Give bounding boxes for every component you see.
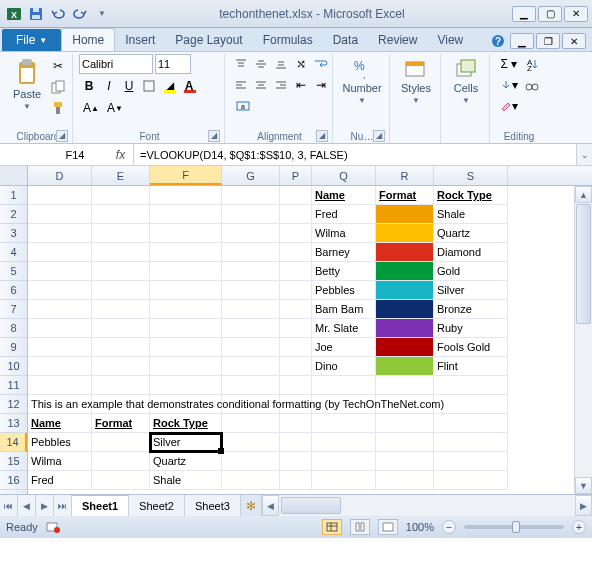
maximize-button[interactable]: ▢	[538, 6, 562, 22]
cell-D5[interactable]	[28, 262, 92, 281]
col-header-Q[interactable]: Q	[312, 166, 376, 185]
cell-F11[interactable]	[150, 376, 222, 395]
cell-Q14[interactable]	[312, 433, 376, 452]
cell-D2[interactable]	[28, 205, 92, 224]
cell-S12[interactable]	[434, 395, 508, 414]
cell-Q4[interactable]: Barney	[312, 243, 376, 262]
cell-R9[interactable]	[376, 338, 434, 357]
cell-F10[interactable]	[150, 357, 222, 376]
cell-F5[interactable]	[150, 262, 222, 281]
view-normal-button[interactable]	[322, 519, 342, 535]
font-size-select[interactable]	[155, 54, 191, 74]
cell-F2[interactable]	[150, 205, 222, 224]
cell-S15[interactable]	[434, 452, 508, 471]
formula-input[interactable]	[134, 144, 576, 165]
clear-button[interactable]: ▾	[496, 96, 522, 116]
col-header-G[interactable]: G	[222, 166, 280, 185]
cell-S3[interactable]: Quartz	[434, 224, 508, 243]
cell-S14[interactable]	[434, 433, 508, 452]
sheet-tab-sheet2[interactable]: Sheet2	[129, 495, 185, 516]
wrap-text-button[interactable]	[311, 54, 331, 74]
bold-button[interactable]: B	[79, 76, 99, 96]
row-header-9[interactable]: 9	[0, 338, 27, 357]
close-button[interactable]: ✕	[564, 6, 588, 22]
col-header-S[interactable]: S	[434, 166, 508, 185]
vertical-scrollbar[interactable]: ▲ ▼	[574, 186, 592, 494]
cell-G3[interactable]	[222, 224, 280, 243]
clipboard-dialog-launcher[interactable]: ◢	[56, 130, 68, 142]
shrink-font-button[interactable]: A▼	[103, 98, 127, 118]
cell-S7[interactable]: Bronze	[434, 300, 508, 319]
sheet-tab-sheet1[interactable]: Sheet1	[72, 495, 129, 516]
cell-E9[interactable]	[92, 338, 150, 357]
cell-Q9[interactable]: Joe	[312, 338, 376, 357]
fill-color-button[interactable]: ◢	[159, 76, 179, 96]
cell-D9[interactable]	[28, 338, 92, 357]
cell-R6[interactable]	[376, 281, 434, 300]
cell-G11[interactable]	[222, 376, 280, 395]
grow-font-button[interactable]: A▲	[79, 98, 103, 118]
restore-window-button[interactable]: ❐	[536, 33, 560, 49]
cell-F14[interactable]: Silver	[150, 433, 222, 452]
font-color-button[interactable]: A	[179, 76, 199, 96]
tab-formulas[interactable]: Formulas	[253, 29, 323, 51]
fill-handle[interactable]	[218, 448, 224, 454]
cell-E8[interactable]	[92, 319, 150, 338]
fx-icon[interactable]: fx	[108, 144, 134, 165]
cell-S16[interactable]	[434, 471, 508, 490]
format-painter-button[interactable]	[48, 98, 68, 118]
cell-E13[interactable]: Format	[92, 414, 150, 433]
cell-P15[interactable]	[280, 452, 312, 471]
cell-P2[interactable]	[280, 205, 312, 224]
align-top-button[interactable]	[231, 54, 251, 74]
tab-data[interactable]: Data	[323, 29, 368, 51]
row-header-15[interactable]: 15	[0, 452, 27, 471]
row-header-4[interactable]: 4	[0, 243, 27, 262]
tab-file[interactable]: File▼	[2, 29, 61, 51]
cell-D10[interactable]	[28, 357, 92, 376]
cell-G1[interactable]	[222, 186, 280, 205]
cell-E4[interactable]	[92, 243, 150, 262]
cell-G15[interactable]	[222, 452, 280, 471]
cell-G7[interactable]	[222, 300, 280, 319]
cell-R3[interactable]	[376, 224, 434, 243]
cell-P11[interactable]	[280, 376, 312, 395]
col-header-R[interactable]: R	[376, 166, 434, 185]
cell-E10[interactable]	[92, 357, 150, 376]
cell-R8[interactable]	[376, 319, 434, 338]
cell-D12[interactable]: This is an example that demonstrates con…	[28, 395, 92, 414]
cell-R10[interactable]	[376, 357, 434, 376]
cell-G14[interactable]	[222, 433, 280, 452]
zoom-slider[interactable]	[464, 525, 564, 529]
cell-R11[interactable]	[376, 376, 434, 395]
cell-P3[interactable]	[280, 224, 312, 243]
cell-G6[interactable]	[222, 281, 280, 300]
cell-S8[interactable]: Ruby	[434, 319, 508, 338]
dec-indent-button[interactable]: ⇤	[291, 75, 311, 95]
view-page-layout-button[interactable]	[350, 519, 370, 535]
row-header-1[interactable]: 1	[0, 186, 27, 205]
cell-P1[interactable]	[280, 186, 312, 205]
styles-button[interactable]: Styles ▼	[396, 54, 436, 105]
sort-filter-button[interactable]: AZ	[522, 54, 542, 74]
cell-R14[interactable]	[376, 433, 434, 452]
tab-nav-next[interactable]: ▶	[36, 495, 54, 516]
cell-F4[interactable]	[150, 243, 222, 262]
cell-D6[interactable]	[28, 281, 92, 300]
align-right-button[interactable]	[271, 75, 291, 95]
alignment-dialog-launcher[interactable]: ◢	[316, 130, 328, 142]
vscroll-thumb[interactable]	[576, 204, 591, 324]
cell-Q3[interactable]: Wilma	[312, 224, 376, 243]
cell-P16[interactable]	[280, 471, 312, 490]
cell-P7[interactable]	[280, 300, 312, 319]
zoom-in-button[interactable]: +	[572, 520, 586, 534]
cell-F3[interactable]	[150, 224, 222, 243]
orientation-button[interactable]: ⤭	[291, 54, 311, 74]
cell-G13[interactable]	[222, 414, 280, 433]
minimize-ribbon-button[interactable]: ▁	[510, 33, 534, 49]
cell-D8[interactable]	[28, 319, 92, 338]
cell-D15[interactable]: Wilma	[28, 452, 92, 471]
cell-G16[interactable]	[222, 471, 280, 490]
cell-G2[interactable]	[222, 205, 280, 224]
scroll-down-button[interactable]: ▼	[575, 477, 592, 494]
